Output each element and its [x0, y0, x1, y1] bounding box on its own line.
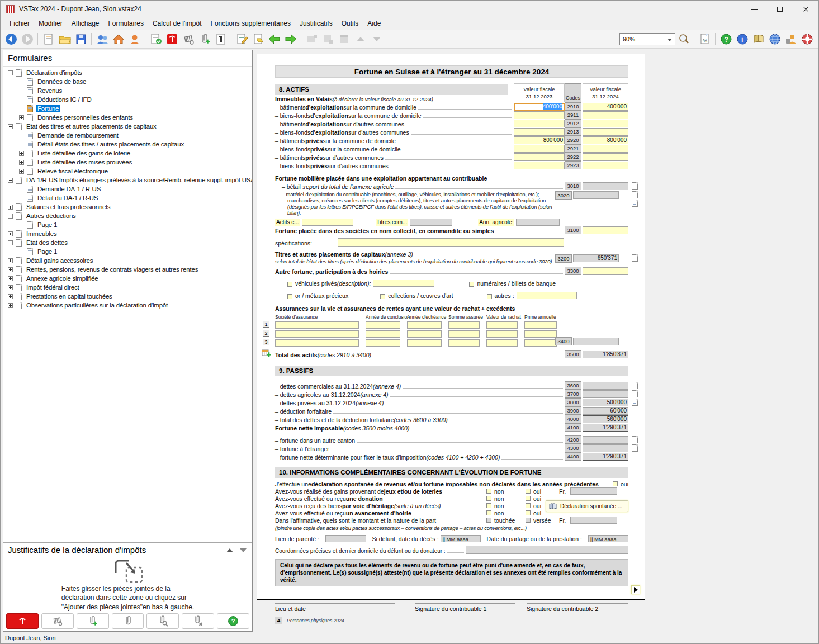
field-3010[interactable]	[583, 182, 628, 190]
back-button[interactable]	[3, 31, 19, 47]
vstax-button[interactable]	[6, 613, 39, 629]
titres-commerciaux-field[interactable]	[410, 219, 452, 226]
sidebar-item[interactable]: Relevé fiscal électronique	[3, 167, 252, 176]
collapse-up-icon[interactable]	[225, 547, 234, 553]
field-3100[interactable]	[583, 226, 628, 234]
collapse-icon[interactable]	[8, 178, 13, 183]
table-add-icon[interactable]	[262, 349, 271, 358]
open-file-button[interactable]	[56, 31, 73, 47]
sidebar-item[interactable]: Déductions IC / IFD	[3, 95, 252, 104]
collections-checkbox[interactable]	[380, 294, 385, 299]
assurance-field-3-5[interactable]	[486, 339, 518, 347]
sidebar-item[interactable]: Impôt fédéral direct	[3, 283, 252, 292]
validate-document-button[interactable]	[148, 31, 164, 47]
field-3300[interactable]	[583, 267, 628, 275]
or-checkbox[interactable]	[287, 294, 292, 299]
collapse-icon[interactable]	[8, 214, 13, 219]
menu-item-9[interactable]: Aide	[363, 18, 385, 29]
sidebar-item[interactable]: Fortune	[3, 104, 252, 113]
field-2922-2024[interactable]	[583, 153, 628, 161]
menu-item-3[interactable]: Affichage	[67, 18, 104, 29]
assurance-field-2-6[interactable]	[524, 330, 557, 338]
vstax-transfer-button[interactable]	[164, 31, 180, 47]
move-up-button[interactable]	[352, 31, 368, 47]
field-4000[interactable]: 560'000	[583, 415, 628, 423]
sidebar-item[interactable]: Prestations en capital touchées	[3, 292, 252, 301]
assurance-field-1-6[interactable]	[524, 321, 557, 329]
coordonnees-field[interactable]	[466, 546, 628, 554]
field-3600[interactable]	[583, 382, 628, 390]
sidebar-item[interactable]: Page 1	[3, 247, 252, 256]
zoom-select[interactable]: 90%	[619, 33, 675, 45]
field-3900[interactable]: 60'000	[583, 407, 628, 415]
minimize-button[interactable]	[741, 1, 767, 17]
menu-item-1[interactable]: Fichier	[5, 18, 34, 29]
date-partage-field[interactable]: jj.MM.aaaa	[588, 535, 628, 542]
expand-icon[interactable]	[8, 276, 13, 281]
q6-montant-field[interactable]	[570, 517, 617, 524]
expand-icon[interactable]	[8, 205, 13, 210]
field-2911-2023[interactable]	[514, 111, 565, 119]
sidebar-item[interactable]: Données personnelles des enfants	[3, 113, 252, 122]
assurance-field-1-4[interactable]	[448, 321, 480, 329]
annexe-agricole-field[interactable]	[516, 219, 560, 226]
expand-icon[interactable]	[19, 151, 24, 156]
q4-non-checkbox[interactable]	[486, 503, 491, 508]
assurance-field-3-3[interactable]	[407, 339, 442, 347]
annex-page-icon[interactable]	[632, 182, 638, 190]
numeraires-checkbox[interactable]	[469, 282, 474, 287]
annex-page-icon[interactable]	[632, 399, 638, 406]
field-2910-2023[interactable]: 400'000	[514, 103, 565, 111]
q2-non-checkbox[interactable]	[486, 489, 491, 494]
field-3800[interactable]: 500'000	[583, 399, 628, 406]
titres-commerciaux-button[interactable]: Titres com...	[376, 219, 409, 226]
assurance-field-2-4[interactable]	[448, 330, 480, 338]
new-window-button[interactable]	[304, 31, 320, 47]
sidebar-item[interactable]: Liste détaillée des mises prouvées	[3, 158, 252, 167]
help-button[interactable]: ?	[718, 31, 734, 48]
menu-item-2[interactable]: Modifier	[34, 18, 67, 29]
expand-icon[interactable]	[8, 258, 13, 263]
field-2920-2023[interactable]: 800'000	[514, 136, 565, 144]
annexe-agricole-button[interactable]: Ann. agricole:	[478, 219, 514, 226]
assurance-field-2-5[interactable]	[486, 330, 518, 338]
assurance-field-2-1[interactable]	[275, 330, 359, 338]
sidebar-item[interactable]: Détail du DA-1 / R-US	[3, 193, 252, 202]
assurance-field-3-2[interactable]	[366, 339, 400, 347]
assurance-field-1-2[interactable]	[366, 321, 400, 329]
assurance-field-2-2[interactable]	[366, 330, 400, 338]
menu-item-5[interactable]: Calcul de l'impôt	[148, 18, 206, 29]
collapse-icon[interactable]	[8, 70, 13, 75]
sidebar-item[interactable]: Etat des dettes	[3, 238, 252, 247]
expand-icon[interactable]	[8, 285, 13, 290]
q1-oui-checkbox[interactable]	[613, 481, 618, 486]
autres-field[interactable]	[517, 292, 577, 299]
page-one-button[interactable]	[212, 31, 229, 47]
field-4300[interactable]	[583, 444, 628, 452]
expand-icon[interactable]	[19, 169, 24, 174]
previous-form-button[interactable]	[266, 31, 282, 47]
maximize-button[interactable]	[767, 1, 793, 17]
field-4200[interactable]	[583, 436, 628, 444]
expand-icon[interactable]	[8, 294, 13, 299]
sidebar-item[interactable]: Salaires et frais professionnels	[3, 202, 252, 211]
sidebar-item[interactable]: Etat des titres et autres placements de …	[3, 122, 252, 131]
attachment-drop-zone[interactable]: Faites glisser les pièces jointes de la …	[3, 557, 252, 612]
sidebar-item[interactable]: Données de base	[3, 77, 252, 86]
q6-versee-checkbox[interactable]	[526, 518, 531, 523]
sidebar-item[interactable]: Annexe agricole simplifiée	[3, 274, 252, 283]
sidebar-item[interactable]: Détail gains accessoires	[3, 256, 252, 265]
field-2923-2023[interactable]	[514, 162, 565, 169]
field-2923-2024[interactable]	[583, 162, 628, 169]
field-2911-2024[interactable]	[583, 111, 628, 119]
scan-attachment-button[interactable]	[41, 613, 74, 629]
assurance-field-3-1[interactable]	[275, 339, 359, 347]
specifications-field[interactable]	[338, 238, 564, 247]
zoom-button[interactable]	[675, 31, 692, 48]
vehicules-checkbox[interactable]	[287, 282, 292, 287]
edit-document-button[interactable]	[234, 31, 250, 47]
sidebar-item[interactable]: Rentes, pensions, revenus de contrats vi…	[3, 265, 252, 274]
q6-touchee-checkbox[interactable]	[486, 518, 491, 523]
q3-non-checkbox[interactable]	[486, 496, 491, 501]
lien-parente-field[interactable]	[325, 535, 366, 542]
